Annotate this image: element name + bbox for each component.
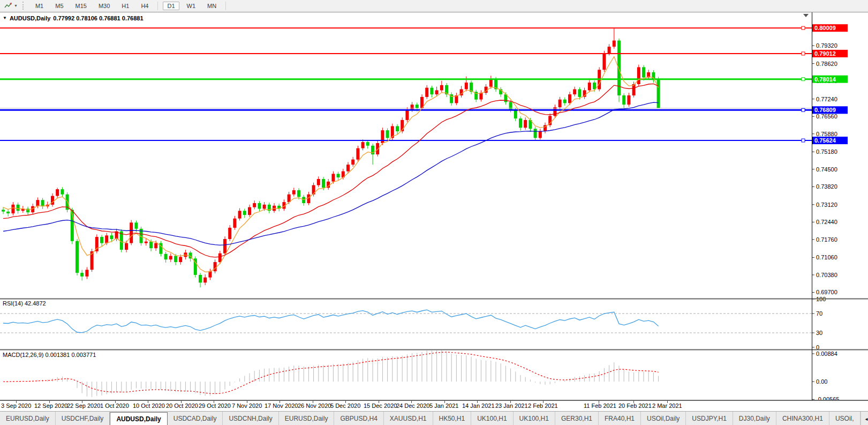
tab-usdchf-daily[interactable]: USDCHF,Daily (56, 412, 110, 425)
date-label: 11 Feb 2021 (584, 402, 616, 409)
chevron-down-icon[interactable]: ▼ (14, 4, 18, 8)
date-label: 26 Nov 2020 (298, 402, 331, 409)
price-tick-label: 0.69700 (816, 289, 837, 295)
date-label: 2 Feb 2021 (528, 402, 558, 409)
price-tick-label: 0.71060 (816, 254, 837, 260)
line-drag-handle[interactable] (802, 108, 805, 111)
candle-body (218, 253, 222, 262)
price-tick-label: 0.77240 (816, 96, 837, 102)
candle-body (617, 41, 621, 95)
candle-body (396, 126, 399, 131)
candle-body (322, 179, 325, 188)
price-chart: 0.793200.786200.779400.772400.765600.758… (0, 12, 868, 401)
candle-body (11, 205, 14, 213)
price-tick-label: 0.72440 (816, 219, 837, 225)
candle-body (56, 189, 59, 196)
candle-body (145, 242, 148, 243)
candle-body (253, 203, 256, 207)
candle-body (386, 130, 389, 138)
timeframe-button-mn[interactable]: MN (203, 2, 221, 10)
timeframe-button-m1[interactable]: M1 (31, 2, 48, 10)
candle-body (489, 79, 493, 86)
tab-xauusd-h1[interactable]: XAUUSD,H1 (384, 412, 433, 425)
tab-usoil-daily[interactable]: USOil,Daily (641, 412, 686, 425)
toolbar-grip-handle[interactable] (22, 2, 26, 10)
candle-body (593, 83, 596, 89)
candle-body (125, 243, 128, 250)
timeframe-buttons: M1M5M15M30H1H4D1W1MN (29, 2, 229, 10)
candle-body (2, 210, 5, 211)
candle-body (208, 271, 212, 278)
candle-body (149, 242, 153, 248)
timeframe-button-m30[interactable]: M30 (94, 2, 114, 10)
date-label: 12 Sep 2020 (34, 402, 67, 409)
price-tick-label: 0.71760 (816, 236, 837, 243)
tab-gbpusd-h4[interactable]: GBPUSD,H4 (334, 412, 383, 425)
tab-usdjpy-h1[interactable]: USDJPY,H1 (686, 412, 733, 425)
timeframe-button-h4[interactable]: H4 (137, 2, 153, 10)
candle-body (588, 83, 591, 90)
timeframe-button-m5[interactable]: M5 (51, 2, 67, 10)
timeframe-button-h1[interactable]: H1 (117, 2, 133, 10)
tab-hk50-h1[interactable]: HK50,H1 (433, 412, 472, 425)
timeframe-button-w1[interactable]: W1 (183, 2, 200, 10)
candle-body (632, 84, 636, 95)
candle-body (238, 211, 241, 218)
candle-body (164, 254, 168, 260)
candle-body (430, 88, 433, 94)
candle-body (6, 212, 10, 213)
date-label: 20 Feb 2021 (618, 402, 652, 409)
candle-body (608, 47, 611, 53)
candle-body (317, 179, 320, 185)
candle-body (297, 190, 300, 197)
candle-body (568, 94, 571, 103)
price-tick-label: 0.76560 (816, 113, 837, 120)
candle-body (307, 195, 310, 203)
line-drag-handle[interactable] (802, 26, 805, 29)
tab-usdcnh-daily[interactable]: USDCNH,Daily (223, 412, 278, 425)
tab-fra40-h1[interactable]: FRA40,H1 (599, 412, 641, 425)
candle-body (361, 142, 365, 148)
candle-body (223, 239, 227, 253)
candle-body (130, 222, 133, 243)
tab-usdcad-daily[interactable]: USDCAD,Daily (168, 412, 223, 425)
chart-shift-marker[interactable] (803, 14, 809, 17)
tab-scroll-left-icon[interactable]: ◂ (865, 416, 868, 422)
candle-body (539, 131, 542, 138)
mt4-terminal-window: ▼ M1M5M15M30H1H4D1W1MN 0.793200.786200.7… (0, 0, 868, 425)
tab-eurusd-daily[interactable]: EURUSD,Daily (279, 412, 335, 425)
tab-dj30-daily[interactable]: DJ30,Daily (733, 412, 776, 425)
chart-tool-button[interactable]: ▼ (2, 2, 20, 9)
macd-indicator-label: MACD(12,26,9) 0.001381 0.003771 (3, 352, 96, 358)
tab-audusd-daily[interactable]: AUDUSD,Daily (110, 412, 167, 425)
candle-body (514, 110, 517, 118)
candle-body (214, 262, 217, 271)
tab-uk100-h1[interactable]: UK100,H1 (514, 412, 555, 425)
price-axis: 0.793200.786200.779400.772400.765600.758… (812, 24, 848, 401)
candle-body (263, 205, 266, 209)
time-axis[interactable]: 3 Sep 202012 Sep 202022 Sep 20201 Oct 20… (0, 401, 868, 411)
symbol-dropdown-marker[interactable]: ▼ (3, 16, 7, 20)
candle-body (292, 190, 296, 195)
price-badge-label: 0.75624 (814, 137, 836, 144)
tab-ger30-h1[interactable]: GER30,H1 (555, 412, 599, 425)
line-drag-handle[interactable] (802, 78, 805, 81)
candle-body (337, 174, 340, 177)
candle-body (331, 174, 335, 181)
candle-body (416, 105, 419, 108)
tab-uk100-h1[interactable]: UK100,H1 (471, 412, 513, 425)
timeframe-button-d1[interactable]: D1 (163, 2, 179, 10)
chart-line-icon (4, 2, 12, 9)
tab-china300-h1[interactable]: CHINA300,H1 (776, 412, 829, 425)
timeframe-button-m15[interactable]: M15 (71, 2, 91, 10)
candle-body (243, 211, 246, 215)
date-label: 22 Sep 2020 (67, 402, 100, 409)
chart-tab-bar: EURUSD,DailyUSDCHF,DailyAUDUSD,DailyUSDC… (0, 411, 868, 425)
candle-body (351, 160, 354, 165)
candle-body (26, 209, 29, 213)
date-label: 7 Nov 2020 (232, 402, 262, 409)
tab-eurusd-daily[interactable]: EURUSD,Daily (0, 412, 56, 425)
tab-usoil[interactable]: USOil, (829, 412, 861, 425)
line-drag-handle[interactable] (802, 139, 805, 142)
line-drag-handle[interactable] (802, 52, 805, 55)
